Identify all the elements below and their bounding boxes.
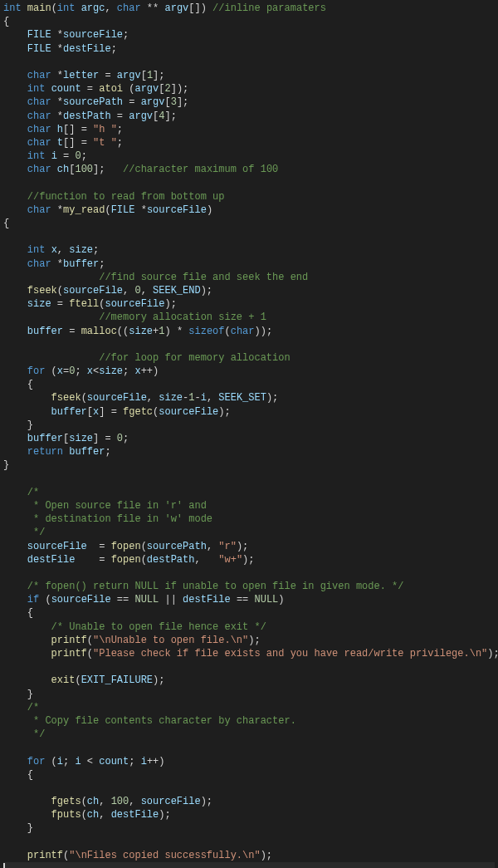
code-line: { bbox=[3, 16, 9, 27]
code-line: for (x=0; x<size; x++) bbox=[3, 365, 159, 377]
code-line: * Open source file in 'r' and bbox=[3, 500, 207, 512]
code-line: } bbox=[3, 822, 33, 834]
code-line: //function to read from bottom up bbox=[3, 191, 224, 203]
code-line: exit(EXIT_FAILURE); bbox=[3, 674, 164, 686]
code-line: /* fopen() return NULL if unable to open… bbox=[3, 581, 404, 592]
code-line: int count = atoi (argv[2]); bbox=[3, 83, 188, 95]
code-line: * destination file in 'w' mode bbox=[3, 513, 212, 525]
code-line: char *sourcePath = argv[3]; bbox=[3, 96, 188, 108]
code-line: /* Unable to open file hence exit */ bbox=[3, 621, 266, 633]
code-line: /* bbox=[3, 487, 39, 498]
code-line: //memory allocation size + 1 bbox=[3, 311, 266, 323]
code-line: int i = 0; bbox=[3, 150, 87, 162]
code-line: buffer = malloc((size+1) * sizeof(char))… bbox=[3, 326, 272, 337]
code-line: char *buffer; bbox=[3, 258, 105, 270]
code-line: //find source file and seek the end bbox=[3, 272, 308, 283]
code-line: fseek(sourceFile, size-1-i, SEEK_SET); bbox=[3, 392, 278, 404]
code-line: char *letter = argv[1]; bbox=[3, 70, 164, 81]
code-line: } bbox=[3, 459, 9, 471]
code-line: * Copy file contents character by charac… bbox=[3, 715, 296, 727]
code-line: } bbox=[3, 689, 33, 700]
code-line: char t[] = "t "; bbox=[3, 137, 123, 149]
code-line: size = ftell(sourceFile); bbox=[3, 298, 177, 310]
code-line: } bbox=[3, 419, 33, 431]
code-line: int main(int argc, char ** argv[]) //inl… bbox=[3, 2, 326, 14]
code-line: char h[] = "h "; bbox=[3, 124, 123, 135]
code-line: { bbox=[3, 218, 9, 229]
active-line[interactable] bbox=[3, 862, 495, 868]
code-editor[interactable]: int main(int argc, char ** argv[]) //inl… bbox=[0, 0, 498, 868]
code-line: char *my_read(FILE *sourceFile) bbox=[3, 204, 212, 216]
code-line: int x, size; bbox=[3, 244, 99, 256]
code-line: /* bbox=[3, 702, 39, 714]
code-line: { bbox=[3, 769, 33, 781]
code-line: buffer[x] = fgetc(sourceFile); bbox=[3, 406, 231, 418]
code-line: destFile = fopen(destPath, "w+"); bbox=[3, 554, 255, 566]
code-line: { bbox=[3, 379, 33, 390]
code-line: FILE *destFile; bbox=[3, 43, 117, 55]
code-line: //for loop for memory allocation bbox=[3, 352, 290, 364]
code-line: FILE *sourceFile; bbox=[3, 29, 129, 41]
code-line: printf("\nUnable to open file.\n"); bbox=[3, 635, 261, 646]
code-line: { bbox=[3, 607, 33, 619]
code-line: return buffer; bbox=[3, 446, 111, 458]
code-line: printf("\nFiles copied successfully.\n")… bbox=[3, 850, 272, 861]
code-line: char ch[100]; //character maximum of 100 bbox=[3, 164, 278, 175]
code-line: printf("Please check if file exists and … bbox=[3, 648, 498, 660]
code-line: for (i; i < count; i++) bbox=[3, 756, 164, 767]
cursor bbox=[3, 863, 5, 868]
code-line: fgets(ch, 100, sourceFile); bbox=[3, 796, 212, 807]
code-line: sourceFile = fopen(sourcePath, "r"); bbox=[3, 541, 248, 552]
code-line: char *destPath = argv[4]; bbox=[3, 110, 177, 122]
code-line: */ bbox=[3, 728, 45, 740]
code-line: */ bbox=[3, 527, 45, 538]
code-line: buffer[size] = 0; bbox=[3, 433, 129, 444]
code-line: fputs(ch, destFile); bbox=[3, 809, 171, 821]
code-line: if (sourceFile == NULL || destFile == NU… bbox=[3, 594, 285, 606]
code-line: fseek(sourceFile, 0, SEEK_END); bbox=[3, 285, 212, 297]
